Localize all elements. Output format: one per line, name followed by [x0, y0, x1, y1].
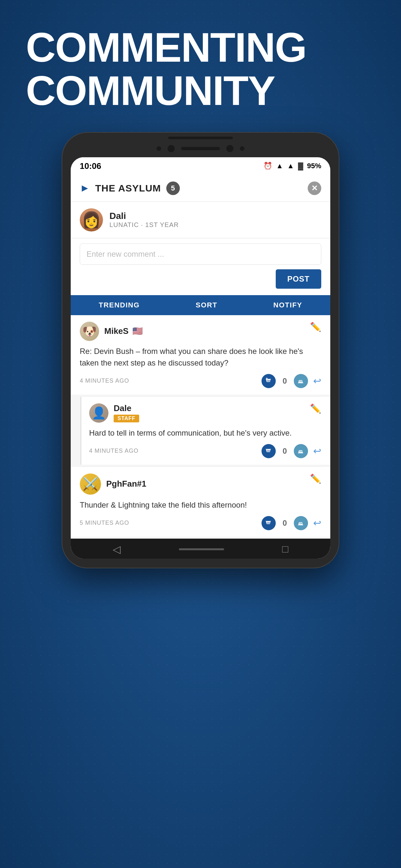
headline-line1: COMMENTING	[26, 26, 375, 69]
svg-text:DK: DK	[267, 380, 270, 382]
user-role: LUNATIC · 1ST YEAR	[110, 221, 179, 228]
status-time: 10:06	[80, 161, 101, 171]
edit-icon-pgh[interactable]: ✏️	[310, 473, 321, 484]
avatar-pirate-icon: ⚔️	[80, 473, 101, 495]
user-name: Dali	[110, 211, 179, 221]
comment-time: 4 MINUTES AGO	[80, 377, 129, 384]
staff-badge: STAFF	[114, 414, 139, 423]
phone-mockup: 10:06 ⏰ ▲ ▲ ▓ 95% ► THE ASYLUM 5 ✕	[62, 132, 339, 568]
battery-percent: 95%	[307, 162, 321, 170]
comment-actions-pgh: DK 0 DK ↩	[261, 516, 321, 530]
comment-header-dale: 👤 Dale STAFF ✏️	[89, 403, 321, 423]
comment-actions: DK 0 DK ↩	[261, 374, 321, 388]
upvote-button-dale[interactable]: DK	[261, 444, 276, 458]
avatar-bulldog-icon: 🐶	[80, 321, 99, 341]
cup-up-icon-dale: DK	[265, 447, 273, 455]
wifi-icon: ▲	[276, 162, 283, 170]
comment-username-pgh: PghFan#1	[106, 479, 146, 489]
dale-info: Dale STAFF	[114, 403, 139, 423]
status-icons: ⏰ ▲ ▲ ▓ 95%	[264, 162, 321, 170]
vote-count: 0	[281, 376, 289, 385]
bottom-nav: ◁ □	[71, 538, 330, 559]
svg-text:DK: DK	[299, 380, 303, 382]
comment-avatar-pgh: ⚔️	[80, 473, 101, 495]
phone-cameras	[71, 142, 330, 157]
tab-trending[interactable]: TRENDING	[99, 301, 140, 309]
cup-down-icon-pgh: DK	[297, 519, 305, 527]
camera-dot-right	[240, 146, 244, 151]
upvote-button-pgh[interactable]: DK	[261, 516, 276, 530]
svg-text:DK: DK	[267, 450, 270, 452]
reply-icon-pgh[interactable]: ↩	[313, 517, 321, 529]
flag-us-icon: 🇺🇸	[132, 326, 143, 336]
comment-header-pgh: ⚔️ PghFan#1 ✏️	[80, 473, 321, 495]
vote-count-pgh: 0	[281, 519, 289, 528]
comment-item: 🐶 MikeS 🇺🇸 ✏️ Re: Devin Bush – from	[71, 315, 330, 395]
tab-notify[interactable]: NOTIFY	[274, 301, 303, 309]
comment-placeholder: Enter new comment ...	[87, 250, 164, 258]
comment-avatar: 🐶	[80, 321, 99, 341]
post-button[interactable]: POST	[276, 269, 321, 289]
svg-text:DK: DK	[267, 522, 270, 524]
reply-icon[interactable]: ↩	[313, 375, 321, 386]
reply-icon-dale[interactable]: ↩	[313, 445, 321, 457]
avatar-image-dali	[80, 208, 103, 231]
comment-actions-dale: DK 0 DK ↩	[261, 444, 321, 458]
comment-user-dale: 👤 Dale STAFF	[89, 403, 139, 423]
avatar-man-icon: 👤	[89, 403, 109, 423]
app-header: ► THE ASYLUM 5 ✕	[71, 175, 330, 202]
user-info: Dali LUNATIC · 1ST YEAR	[110, 211, 179, 228]
comment-text: Re: Devin Bush – from what you can share…	[80, 345, 321, 369]
user-section: Dali LUNATIC · 1ST YEAR	[71, 202, 330, 238]
close-icon: ✕	[311, 184, 318, 193]
vote-count-dale: 0	[281, 446, 289, 456]
app-title: THE ASYLUM	[95, 183, 161, 194]
cup-down-icon: DK	[297, 377, 305, 385]
edit-icon-dale[interactable]: ✏️	[310, 403, 321, 414]
comment-user-pgh: ⚔️ PghFan#1	[80, 473, 146, 495]
edit-icon[interactable]: ✏️	[310, 321, 321, 332]
svg-text:DK: DK	[299, 522, 303, 524]
headline: COMMENTING COMMUNITY	[0, 0, 401, 132]
alarm-icon: ⏰	[264, 162, 272, 170]
downvote-button-dale[interactable]: DK	[294, 444, 308, 458]
header-left: ► THE ASYLUM 5	[80, 182, 180, 195]
status-bar: 10:06 ⏰ ▲ ▲ ▓ 95%	[71, 157, 330, 175]
cup-up-icon: DK	[265, 377, 273, 385]
upvote-button[interactable]: DK	[261, 374, 276, 388]
cup-up-icon-pgh: DK	[265, 519, 273, 527]
comment-input[interactable]: Enter new comment ...	[80, 244, 321, 265]
comment-input-section: Enter new comment ... POST	[71, 238, 330, 295]
tab-sort[interactable]: SORT	[196, 301, 217, 309]
home-indicator[interactable]	[179, 548, 224, 550]
comment-header: 🐶 MikeS 🇺🇸 ✏️	[80, 321, 321, 341]
camera-lens	[167, 145, 175, 152]
comment-username-dale: Dale	[114, 403, 131, 413]
battery-icon: ▓	[298, 162, 303, 170]
comment-footer-pgh: 5 MINUTES AGO DK 0	[80, 516, 321, 530]
headline-line2: COMMUNITY	[26, 69, 375, 113]
comment-user: 🐶 MikeS 🇺🇸	[80, 321, 143, 341]
comment-text-dale: Hard to tell in terms of communication, …	[89, 427, 321, 439]
comment-time-dale: 4 MINUTES AGO	[89, 447, 138, 454]
comments-list: 🐶 MikeS 🇺🇸 ✏️ Re: Devin Bush – from	[71, 315, 330, 537]
downvote-button[interactable]: DK	[294, 374, 308, 388]
comment-text-pgh: Thunder & Lightning take the field this …	[80, 499, 321, 511]
user-avatar	[80, 208, 103, 231]
downvote-button-pgh[interactable]: DK	[294, 516, 308, 530]
comment-time-pgh: 5 MINUTES AGO	[80, 520, 129, 526]
post-btn-row: POST	[80, 269, 321, 289]
svg-text:DK: DK	[299, 450, 303, 453]
camera-lens-right	[226, 145, 234, 152]
camera-dot-left	[157, 146, 161, 151]
comment-item-pgh: ⚔️ PghFan#1 ✏️ Thunder & Lightning take …	[71, 467, 330, 537]
nav-back-icon[interactable]: ◁	[113, 543, 121, 555]
notification-badge: 5	[166, 182, 180, 195]
back-arrow-icon[interactable]: ►	[80, 182, 90, 194]
comment-item-dale: 👤 Dale STAFF ✏️ Hard to tell in terms of	[81, 397, 330, 465]
phone-frame: 10:06 ⏰ ▲ ▲ ▓ 95% ► THE ASYLUM 5 ✕	[62, 132, 339, 568]
close-button[interactable]: ✕	[308, 182, 321, 195]
nav-recent-icon[interactable]: □	[282, 543, 288, 555]
comment-footer-dale: 4 MINUTES AGO DK 0	[89, 444, 321, 458]
speaker-bar	[181, 147, 220, 150]
